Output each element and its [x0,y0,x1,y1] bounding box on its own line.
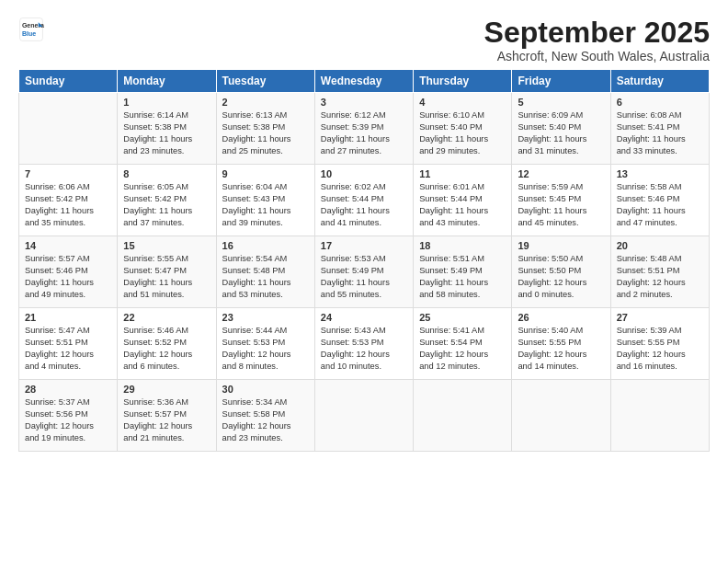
calendar-cell: 21Sunrise: 5:47 AMSunset: 5:51 PMDayligh… [19,308,118,380]
calendar-cell: 20Sunrise: 5:48 AMSunset: 5:51 PMDayligh… [610,236,709,308]
calendar-cell: 23Sunrise: 5:44 AMSunset: 5:53 PMDayligh… [216,308,314,380]
header-day-saturday: Saturday [610,70,709,93]
day-info: Sunrise: 5:40 AMSunset: 5:55 PMDaylight:… [518,325,604,373]
calendar-cell: 25Sunrise: 5:41 AMSunset: 5:54 PMDayligh… [414,308,512,380]
calendar-cell: 15Sunrise: 5:55 AMSunset: 5:47 PMDayligh… [118,236,216,308]
calendar-cell [512,380,610,452]
calendar-week-4: 21Sunrise: 5:47 AMSunset: 5:51 PMDayligh… [19,308,710,380]
day-number: 12 [518,168,604,179]
day-number: 16 [222,240,309,251]
day-number: 2 [222,97,309,108]
calendar-cell: 16Sunrise: 5:54 AMSunset: 5:48 PMDayligh… [216,236,314,308]
day-number: 6 [617,97,703,108]
header-day-sunday: Sunday [19,70,118,93]
calendar-cell: 9Sunrise: 6:04 AMSunset: 5:43 PMDaylight… [216,165,314,236]
calendar-week-3: 14Sunrise: 5:57 AMSunset: 5:46 PMDayligh… [19,236,710,308]
calendar-cell: 18Sunrise: 5:51 AMSunset: 5:49 PMDayligh… [414,236,512,308]
calendar-cell: 22Sunrise: 5:46 AMSunset: 5:52 PMDayligh… [118,308,216,380]
day-number: 13 [617,168,703,179]
calendar-cell: 5Sunrise: 6:09 AMSunset: 5:40 PMDaylight… [512,93,610,165]
day-number: 20 [617,240,703,251]
day-number: 1 [123,97,210,108]
calendar-cell [610,380,709,452]
calendar-cell: 1Sunrise: 6:14 AMSunset: 5:38 PMDaylight… [118,93,216,165]
day-info: Sunrise: 6:06 AMSunset: 5:42 PMDaylight:… [25,181,111,229]
day-info: Sunrise: 5:39 AMSunset: 5:55 PMDaylight:… [617,325,703,373]
day-info: Sunrise: 5:57 AMSunset: 5:46 PMDaylight:… [25,253,111,301]
day-number: 28 [25,384,111,395]
day-number: 4 [419,97,506,108]
day-info: Sunrise: 5:53 AMSunset: 5:49 PMDaylight:… [321,253,407,301]
day-info: Sunrise: 6:08 AMSunset: 5:41 PMDaylight:… [617,109,703,157]
calendar-cell: 30Sunrise: 5:34 AMSunset: 5:58 PMDayligh… [216,380,314,452]
header-day-friday: Friday [512,70,610,93]
day-info: Sunrise: 5:50 AMSunset: 5:50 PMDaylight:… [518,253,604,301]
day-info: Sunrise: 6:04 AMSunset: 5:43 PMDaylight:… [222,181,309,229]
day-info: Sunrise: 5:37 AMSunset: 5:56 PMDaylight:… [25,396,111,444]
day-info: Sunrise: 5:54 AMSunset: 5:48 PMDaylight:… [222,253,309,301]
day-info: Sunrise: 6:10 AMSunset: 5:40 PMDaylight:… [419,109,506,157]
day-info: Sunrise: 6:09 AMSunset: 5:40 PMDaylight:… [518,109,604,157]
calendar-cell: 10Sunrise: 6:02 AMSunset: 5:44 PMDayligh… [314,165,413,236]
calendar-week-2: 7Sunrise: 6:06 AMSunset: 5:42 PMDaylight… [19,165,710,236]
calendar-cell: 7Sunrise: 6:06 AMSunset: 5:42 PMDaylight… [19,165,118,236]
header-day-thursday: Thursday [414,70,512,93]
day-info: Sunrise: 5:46 AMSunset: 5:52 PMDaylight:… [123,325,210,373]
header-day-tuesday: Tuesday [216,70,314,93]
day-number: 9 [222,168,309,179]
calendar-header-row: SundayMondayTuesdayWednesdayThursdayFrid… [19,70,710,93]
title-block: September 2025 Ashcroft, New South Wales… [484,17,710,63]
calendar-cell [19,93,118,165]
day-number: 26 [518,312,604,323]
day-info: Sunrise: 6:13 AMSunset: 5:38 PMDaylight:… [222,109,309,157]
day-number: 7 [25,168,111,179]
day-info: Sunrise: 5:43 AMSunset: 5:53 PMDaylight:… [321,325,407,373]
calendar-cell: 8Sunrise: 6:05 AMSunset: 5:42 PMDaylight… [118,165,216,236]
logo: General Blue [18,17,48,42]
calendar-week-5: 28Sunrise: 5:37 AMSunset: 5:56 PMDayligh… [19,380,710,452]
day-info: Sunrise: 5:59 AMSunset: 5:45 PMDaylight:… [518,181,604,229]
day-number: 15 [123,240,210,251]
day-info: Sunrise: 6:12 AMSunset: 5:39 PMDaylight:… [321,109,407,157]
day-info: Sunrise: 5:51 AMSunset: 5:49 PMDaylight:… [419,253,506,301]
logo-icon: General Blue [18,17,44,42]
day-number: 29 [123,384,210,395]
calendar-cell: 24Sunrise: 5:43 AMSunset: 5:53 PMDayligh… [314,308,413,380]
calendar-cell: 14Sunrise: 5:57 AMSunset: 5:46 PMDayligh… [19,236,118,308]
day-info: Sunrise: 5:58 AMSunset: 5:46 PMDaylight:… [617,181,703,229]
day-number: 3 [321,97,407,108]
calendar-cell: 27Sunrise: 5:39 AMSunset: 5:55 PMDayligh… [610,308,709,380]
day-number: 22 [123,312,210,323]
calendar-cell: 6Sunrise: 6:08 AMSunset: 5:41 PMDaylight… [610,93,709,165]
day-number: 21 [25,312,111,323]
header-day-monday: Monday [118,70,216,93]
calendar-cell: 3Sunrise: 6:12 AMSunset: 5:39 PMDaylight… [314,93,413,165]
day-info: Sunrise: 6:14 AMSunset: 5:38 PMDaylight:… [123,109,210,157]
svg-text:Blue: Blue [22,30,36,37]
calendar-cell: 4Sunrise: 6:10 AMSunset: 5:40 PMDaylight… [414,93,512,165]
day-number: 8 [123,168,210,179]
month-title: September 2025 [484,17,710,49]
day-info: Sunrise: 6:05 AMSunset: 5:42 PMDaylight:… [123,181,210,229]
day-number: 5 [518,97,604,108]
calendar-cell: 17Sunrise: 5:53 AMSunset: 5:49 PMDayligh… [314,236,413,308]
day-number: 27 [617,312,703,323]
day-number: 17 [321,240,407,251]
calendar-week-1: 1Sunrise: 6:14 AMSunset: 5:38 PMDaylight… [19,93,710,165]
day-number: 18 [419,240,506,251]
header-day-wednesday: Wednesday [314,70,413,93]
page-container: General Blue September 2025 Ashcroft, Ne… [0,0,728,461]
day-number: 14 [25,240,111,251]
calendar-cell: 12Sunrise: 5:59 AMSunset: 5:45 PMDayligh… [512,165,610,236]
day-info: Sunrise: 5:41 AMSunset: 5:54 PMDaylight:… [419,325,506,373]
day-number: 23 [222,312,309,323]
calendar-cell: 2Sunrise: 6:13 AMSunset: 5:38 PMDaylight… [216,93,314,165]
calendar-cell: 19Sunrise: 5:50 AMSunset: 5:50 PMDayligh… [512,236,610,308]
day-info: Sunrise: 5:47 AMSunset: 5:51 PMDaylight:… [25,325,111,373]
location-subtitle: Ashcroft, New South Wales, Australia [484,49,710,63]
calendar-cell: 28Sunrise: 5:37 AMSunset: 5:56 PMDayligh… [19,380,118,452]
calendar-cell: 11Sunrise: 6:01 AMSunset: 5:44 PMDayligh… [414,165,512,236]
calendar-table: SundayMondayTuesdayWednesdayThursdayFrid… [18,69,710,452]
calendar-cell: 26Sunrise: 5:40 AMSunset: 5:55 PMDayligh… [512,308,610,380]
day-info: Sunrise: 6:01 AMSunset: 5:44 PMDaylight:… [419,181,506,229]
